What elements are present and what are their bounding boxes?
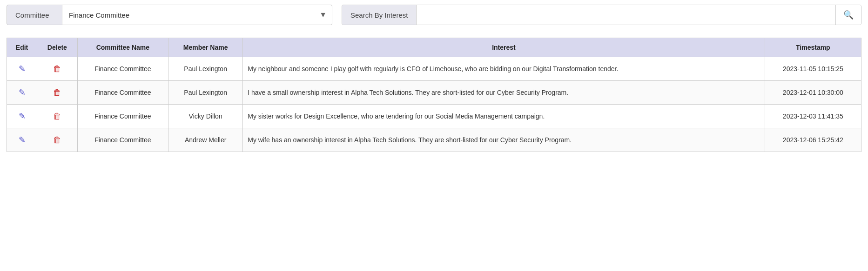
edit-button[interactable]: ✎ xyxy=(19,111,26,121)
table-row: ✎🗑Finance CommitteePaul LexingtonMy neig… xyxy=(7,57,861,81)
edit-cell: ✎ xyxy=(7,105,37,128)
edit-icon: ✎ xyxy=(19,64,26,73)
table-row: ✎🗑Finance CommitteeAndrew MellerMy wife … xyxy=(7,128,861,152)
committee-select-wrapper: Finance Committee Audit Committee Execut… xyxy=(62,5,332,25)
edit-cell: ✎ xyxy=(7,81,37,105)
edit-cell: ✎ xyxy=(7,128,37,152)
member-name-cell: Andrew Meller xyxy=(168,128,243,152)
col-edit: Edit xyxy=(7,38,37,57)
edit-icon: ✎ xyxy=(19,88,26,97)
member-name-cell: Vicky Dillon xyxy=(168,105,243,128)
interest-cell: My wife has an ownership interest in Alp… xyxy=(243,128,765,152)
trash-icon: 🗑 xyxy=(53,112,61,121)
edit-cell: ✎ xyxy=(7,57,37,81)
committee-name-cell: Finance Committee xyxy=(77,105,168,128)
delete-button[interactable]: 🗑 xyxy=(53,88,61,98)
edit-button[interactable]: ✎ xyxy=(19,87,26,98)
table-row: ✎🗑Finance CommitteeVicky DillonMy sister… xyxy=(7,105,861,128)
search-label: Search By Interest xyxy=(342,5,417,25)
delete-button[interactable]: 🗑 xyxy=(53,112,61,121)
col-interest: Interest xyxy=(243,38,765,57)
trash-icon: 🗑 xyxy=(53,88,61,97)
table-row: ✎🗑Finance CommitteePaul LexingtonI have … xyxy=(7,81,861,105)
toolbar: Committee Finance Committee Audit Commit… xyxy=(0,0,868,30)
committee-name-cell: Finance Committee xyxy=(77,81,168,105)
committee-name-cell: Finance Committee xyxy=(77,128,168,152)
interest-cell: My sister works for Design Excellence, w… xyxy=(243,105,765,128)
search-icon: 🔍 xyxy=(843,10,854,20)
edit-icon: ✎ xyxy=(19,112,26,121)
timestamp-cell: 2023-12-01 10:30:00 xyxy=(765,81,861,105)
col-timestamp: Timestamp xyxy=(765,38,861,57)
timestamp-cell: 2023-11-05 10:15:25 xyxy=(765,57,861,81)
delete-button[interactable]: 🗑 xyxy=(53,64,61,74)
delete-cell: 🗑 xyxy=(37,81,78,105)
table-header-row: Edit Delete Committee Name Member Name I… xyxy=(7,38,861,57)
member-name-cell: Paul Lexington xyxy=(168,81,243,105)
timestamp-cell: 2023-12-03 11:41:35 xyxy=(765,105,861,128)
trash-icon: 🗑 xyxy=(53,64,61,73)
delete-cell: 🗑 xyxy=(37,57,78,81)
data-table: Edit Delete Committee Name Member Name I… xyxy=(7,38,861,152)
delete-cell: 🗑 xyxy=(37,105,78,128)
search-button[interactable]: 🔍 xyxy=(835,5,861,25)
col-member-name: Member Name xyxy=(168,38,243,57)
delete-cell: 🗑 xyxy=(37,128,78,152)
search-wrapper: Search By Interest 🔍 xyxy=(342,5,861,25)
edit-button[interactable]: ✎ xyxy=(19,135,26,145)
edit-button[interactable]: ✎ xyxy=(19,64,26,74)
committee-label: Committee xyxy=(7,5,62,25)
trash-icon: 🗑 xyxy=(53,135,61,145)
member-name-cell: Paul Lexington xyxy=(168,57,243,81)
committee-name-cell: Finance Committee xyxy=(77,57,168,81)
edit-icon: ✎ xyxy=(19,135,26,145)
timestamp-cell: 2023-12-06 15:25:42 xyxy=(765,128,861,152)
interest-cell: My neighbour and someone I play golf wit… xyxy=(243,57,765,81)
committee-select[interactable]: Finance Committee Audit Committee Execut… xyxy=(62,5,332,25)
interest-cell: I have a small ownership interest in Alp… xyxy=(243,81,765,105)
table-container: Edit Delete Committee Name Member Name I… xyxy=(0,30,868,159)
col-delete: Delete xyxy=(37,38,78,57)
delete-button[interactable]: 🗑 xyxy=(53,135,61,145)
search-input[interactable] xyxy=(417,5,835,25)
col-committee-name: Committee Name xyxy=(77,38,168,57)
